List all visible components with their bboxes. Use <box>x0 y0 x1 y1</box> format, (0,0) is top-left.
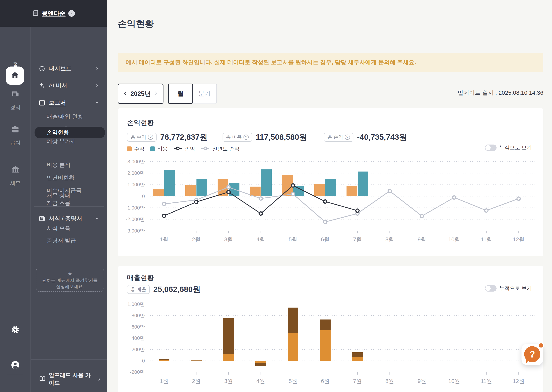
help-question-icon[interactable]: ? <box>345 134 350 140</box>
year-prev-icon[interactable] <box>123 91 128 97</box>
svg-text:6월: 6월 <box>321 378 330 384</box>
svg-text:5월: 5월 <box>289 236 297 243</box>
gear-icon <box>11 325 20 335</box>
svg-text:1,000만: 1,000만 <box>127 302 145 307</box>
svg-text:-1,000만: -1,000만 <box>126 205 145 211</box>
help-question-icon[interactable]: ? <box>148 134 153 140</box>
rail-item-accounting[interactable] <box>0 90 31 99</box>
company-name: 뭉앤다순 <box>42 9 66 17</box>
sidebar-item-label: AI 비서 <box>49 82 67 90</box>
guide-label: 알프레드 사용 가이드 <box>49 371 94 387</box>
sidebar-item-label: 인건비현황 <box>47 174 74 182</box>
ledger-icon <box>11 90 20 99</box>
cumulative-toggle-label-1: 누적으로 보기 <box>499 144 532 151</box>
cumulative-toggle-1[interactable] <box>485 145 496 151</box>
tab-quarter[interactable]: 분기 <box>192 84 217 104</box>
settings-button[interactable] <box>0 325 31 335</box>
legend-profit-line: 손익 <box>173 145 195 152</box>
svg-text:12월: 12월 <box>513 378 524 384</box>
svg-text:3월: 3월 <box>224 378 233 384</box>
user-avatar-icon <box>11 360 20 371</box>
rail-item-payroll[interactable] <box>0 125 31 134</box>
legend-profit-label: 손익 <box>185 145 195 152</box>
sidebar-item[interactable]: 인건비현황 <box>31 172 107 184</box>
total-expense-value: 117,508,580원 <box>256 132 307 142</box>
help-bubble-icon: ? <box>524 346 540 362</box>
toggle-knob <box>485 286 491 291</box>
page-title: 손익현황 <box>118 18 154 30</box>
guide-link[interactable]: 알프레드 사용 가이드 <box>39 371 101 387</box>
submenu-divider <box>34 206 104 207</box>
legend-prev-year-line: 전년도 손익 <box>201 145 240 152</box>
profile-button[interactable] <box>0 360 31 371</box>
sidebar-item[interactable]: 매출/매입 현황 <box>31 110 107 123</box>
favorites-hint-line1: 원하는 메뉴에서 즐겨찾기를 <box>42 278 98 283</box>
svg-text:6월: 6월 <box>321 236 330 243</box>
sales-card: 매출현황 총 매출 25,062,680원 누적으로 보기 1,000만800만… <box>118 266 543 392</box>
toggle-knob <box>485 145 491 150</box>
total-revenue-label: 총 수익 <box>130 134 146 140</box>
sales-chart: 1,000만800만600만400만200만0-200만1월2월3월4월5월6월… <box>118 302 543 392</box>
svg-text:2월: 2월 <box>192 236 201 243</box>
sidebar-item[interactable]: 증명서 발급 <box>31 234 107 247</box>
legend-expense: 비용 <box>150 145 168 152</box>
year-selector[interactable]: 2025년 <box>118 84 164 104</box>
svg-text:9월: 9월 <box>417 378 426 384</box>
guide-chevron-right-icon <box>97 377 101 381</box>
chevron-right-icon <box>95 83 99 88</box>
svg-text:-3,000만: -3,000만 <box>126 228 145 234</box>
revenue-swatch-icon <box>127 147 132 151</box>
legend-revenue: 수익 <box>127 145 144 152</box>
profit-legend: 수익 비용 손익 전년도 손익 <box>127 145 240 152</box>
svg-text:0: 0 <box>142 358 145 364</box>
total-sales: 총 매출 25,062,680원 <box>127 284 201 295</box>
sidebar-item-label: 대시보드 <box>49 65 72 73</box>
rail-item-tax[interactable] <box>0 165 31 175</box>
svg-text:2월: 2월 <box>192 378 201 384</box>
svg-text:11월: 11월 <box>481 236 492 243</box>
legend-expense-label: 비용 <box>157 145 168 152</box>
sidebar-item[interactable]: 대시보드 <box>31 62 107 75</box>
total-profit: 총 손익 ? -40,735,743원 <box>324 132 407 142</box>
briefcase-icon <box>11 125 20 134</box>
star-icon: ★ <box>36 271 104 276</box>
svg-text:10월: 10월 <box>448 378 460 384</box>
rail-divider <box>7 374 23 374</box>
sidebar-item[interactable]: 재무 상태 <box>31 189 107 202</box>
sidebar-item[interactable]: 비용 분석 <box>31 159 107 171</box>
total-expense-badge: 총 비용 ? <box>222 133 252 142</box>
company-chevron-down-icon <box>68 10 75 17</box>
svg-text:10월: 10월 <box>448 236 460 243</box>
sidebar-item-active[interactable]: 손익현황 <box>35 127 105 138</box>
svg-text:4월: 4월 <box>256 236 265 243</box>
sample-data-notice: 예시 데이터로 구성된 화면입니다. 실제 데이터로 작성된 보고서를 원하시는… <box>118 53 543 72</box>
home-icon <box>11 71 19 81</box>
svg-text:-2,000만: -2,000만 <box>126 217 145 222</box>
sidebar-item-label: 서식 모음 <box>47 225 70 232</box>
year-next-icon[interactable] <box>153 91 158 97</box>
rail-item-home[interactable] <box>6 67 24 85</box>
cumulative-toggle-2[interactable] <box>485 285 496 292</box>
svg-text:7월: 7월 <box>353 236 362 243</box>
favorites-hint-box[interactable]: ★ 원하는 메뉴에서 즐겨찾기를 설정해보세요. <box>36 268 104 292</box>
main-content: 손익현황 예시 데이터로 구성된 화면입니다. 실제 데이터로 작성된 보고서를… <box>107 0 552 392</box>
sidebar-item[interactable]: 서식 모음 <box>31 222 107 235</box>
sidebar-item-label: 보고서 <box>49 99 66 107</box>
company-selector[interactable]: 뭉앤다순 <box>0 0 107 27</box>
tab-month[interactable]: 월 <box>168 84 193 104</box>
sidebar-item[interactable]: AI 비서 <box>31 79 107 92</box>
help-button[interactable]: ? <box>522 344 543 365</box>
rail-label-payroll: 급여 <box>0 139 31 146</box>
guide-bar: 알프레드 사용 가이드 <box>31 359 107 390</box>
sidebar-item-label: 재무 상태 <box>47 192 70 199</box>
pie-chart-icon <box>39 65 45 72</box>
total-sales-badge: 총 매출 <box>127 285 150 294</box>
svg-text:600만: 600만 <box>132 324 145 330</box>
legend-prev-year-label: 전년도 손익 <box>212 145 240 152</box>
profit-totals: 총 수익 ? 76,772,837원 총 비용 ? 117,508,580원 총… <box>118 132 543 141</box>
svg-text:0: 0 <box>142 193 145 199</box>
chevron-right-icon <box>95 67 99 71</box>
icon-rail: 홈 경리 급여 세무 <box>0 27 31 392</box>
sidebar-item[interactable]: 보고서 <box>31 96 107 109</box>
help-question-icon[interactable]: ? <box>244 134 249 140</box>
